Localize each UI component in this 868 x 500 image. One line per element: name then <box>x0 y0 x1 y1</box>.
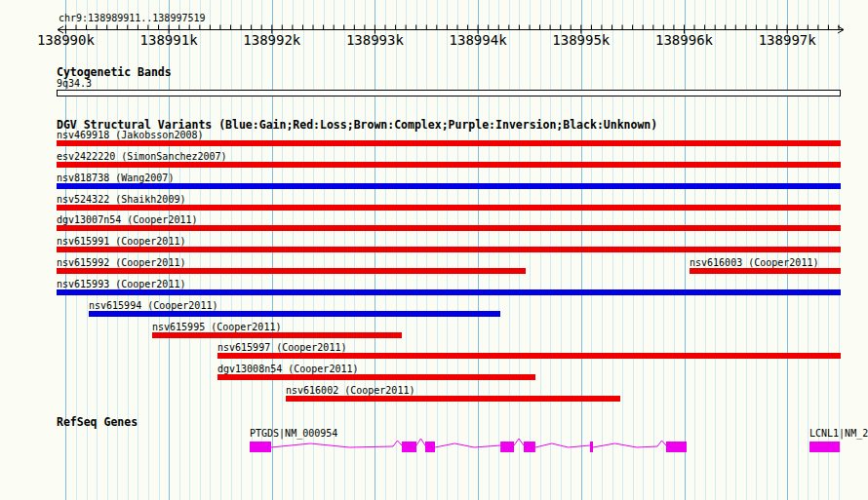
gene-exon[interactable] <box>500 442 514 452</box>
gene-intron-line <box>271 441 402 447</box>
gene-exon[interactable] <box>590 442 593 452</box>
gene-intron-line <box>416 439 425 445</box>
gene-glyphs-layer <box>0 0 868 500</box>
gene-exon[interactable] <box>250 442 271 452</box>
gene-intron-line <box>535 443 590 447</box>
gene-intron-line <box>435 443 500 447</box>
gene-exon[interactable] <box>425 442 435 452</box>
gene-exon[interactable] <box>666 442 687 452</box>
gene-exon[interactable] <box>402 442 416 452</box>
gene-exon[interactable] <box>524 442 535 452</box>
gene-intron-line <box>514 439 524 445</box>
gene-exon[interactable] <box>809 442 840 452</box>
genome-browser-panel: chr9:138989911..138997519 138990k138991k… <box>0 0 868 500</box>
gene-intron-line <box>593 441 666 447</box>
